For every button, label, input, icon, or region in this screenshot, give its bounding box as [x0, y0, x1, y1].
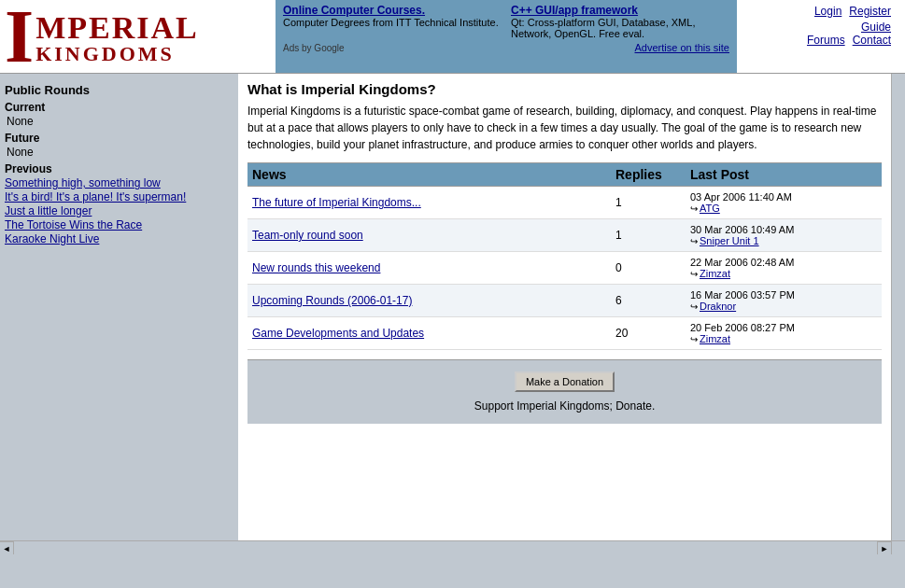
scrollbar[interactable] — [891, 74, 905, 540]
arrow-icon: ↪ — [690, 334, 698, 344]
news-row-lastpost: 20 Feb 2006 08:27 PM ↪Zimzat — [690, 322, 877, 344]
lastpost-date: 22 Mar 2006 02:48 AM — [690, 257, 877, 268]
donate-text: Support Imperial Kingdoms; Donate. — [259, 399, 870, 413]
lastpost-user[interactable]: Draknor — [700, 301, 736, 312]
main-title: What is Imperial Kingdoms? — [247, 81, 882, 97]
sidebar-previous-link[interactable]: Karaoke Night Live — [5, 232, 233, 245]
contact-link[interactable]: Contact — [853, 34, 891, 47]
news-row: Team-only round soon 1 30 Mar 2006 10:49… — [247, 219, 882, 252]
news-row-replies: 1 — [615, 229, 690, 242]
main-content: What is Imperial Kingdoms? Imperial King… — [238, 74, 891, 540]
sidebar-previous-link[interactable]: It's a bird! It's a plane! It's superman… — [5, 190, 233, 203]
guide-link[interactable]: Guide — [861, 21, 891, 34]
forums-link[interactable]: Forums — [807, 34, 845, 47]
ad-block-1: Online Computer Courses. Computer Degree… — [283, 4, 502, 39]
news-row-title: Upcoming Rounds (2006-01-17) — [252, 294, 615, 307]
news-row-link[interactable]: Game Developments and Updates — [252, 327, 424, 340]
lastpost-user[interactable]: ATG — [700, 203, 720, 214]
news-row-lastpost: 16 Mar 2006 03:57 PM ↪Draknor — [690, 289, 877, 312]
lastpost-date: 03 Apr 2006 11:40 AM — [690, 191, 877, 203]
news-row-replies: 20 — [615, 327, 690, 340]
sidebar: Public Rounds Current None Future None P… — [0, 74, 238, 540]
news-section: News Replies Last Post The future of Imp… — [247, 162, 882, 350]
news-row-replies: 6 — [615, 294, 690, 307]
logo-area: I MPERIAL KINGDOMS — [0, 0, 276, 73]
register-link[interactable]: Register — [849, 5, 891, 18]
lastpost-user[interactable]: Zimzat — [700, 268, 730, 279]
sidebar-future-value: None — [5, 146, 233, 159]
news-row-link[interactable]: The future of Imperial Kingdoms... — [252, 196, 421, 209]
logo-kingdoms: KINGDOMS — [35, 44, 199, 64]
news-row-title: The future of Imperial Kingdoms... — [252, 196, 615, 209]
news-row-lastpost: 30 Mar 2006 10:49 AM ↪Sniper Unit 1 — [690, 224, 877, 246]
sidebar-current-value: None — [5, 115, 233, 128]
news-row-lastpost: 22 Mar 2006 02:48 AM ↪Zimzat — [690, 257, 877, 279]
news-row-lastpost: 03 Apr 2006 11:40 AM ↪ATG — [690, 191, 877, 214]
sidebar-links: Something high, something lowIt's a bird… — [5, 176, 233, 245]
sidebar-previous-link[interactable]: The Tortoise Wins the Race — [5, 218, 233, 231]
donate-button[interactable]: Make a Donation — [515, 371, 615, 392]
news-row-replies: 0 — [615, 261, 690, 274]
ad-block-2: C++ GUI/app framework Qt: Cross-platform… — [511, 4, 729, 39]
advertise-link[interactable]: Advertise on this site — [635, 42, 730, 53]
news-header: News Replies Last Post — [247, 162, 882, 187]
news-header-lastpost: Last Post — [690, 167, 877, 182]
arrow-icon: ↪ — [690, 301, 698, 312]
sidebar-current-title: Current — [5, 101, 233, 114]
news-header-replies: Replies — [615, 167, 690, 182]
main-description: Imperial Kingdoms is a futuristic space-… — [247, 103, 882, 153]
lastpost-user[interactable]: Zimzat — [700, 333, 730, 344]
news-row-link[interactable]: Upcoming Rounds (2006-01-17) — [252, 294, 412, 307]
sidebar-section-title: Public Rounds — [5, 83, 233, 97]
lastpost-date: 20 Feb 2006 08:27 PM — [690, 322, 877, 333]
news-header-title: News — [252, 167, 615, 182]
ads-area: Online Computer Courses. Computer Degree… — [276, 0, 737, 73]
news-row-title: Team-only round soon — [252, 229, 615, 242]
ads-by-google: Ads by Google — [283, 43, 345, 53]
news-row-link[interactable]: Team-only round soon — [252, 229, 363, 242]
arrow-icon: ↪ — [690, 203, 698, 214]
news-row: The future of Imperial Kingdoms... 1 03 … — [247, 187, 882, 219]
news-row: Game Developments and Updates 20 20 Feb … — [247, 317, 882, 350]
arrow-icon: ↪ — [690, 236, 698, 246]
sidebar-previous-link[interactable]: Something high, something low — [5, 176, 233, 189]
arrow-icon: ↪ — [690, 269, 698, 279]
sidebar-future-title: Future — [5, 132, 233, 145]
news-row-link[interactable]: New rounds this weekend — [252, 261, 380, 274]
lastpost-date: 16 Mar 2006 03:57 PM — [690, 289, 877, 301]
donation-area: Make a Donation Support Imperial Kingdom… — [247, 359, 882, 424]
news-row-replies: 1 — [615, 196, 690, 209]
ad1-title[interactable]: Online Computer Courses. — [283, 4, 502, 17]
ad2-text: Qt: Cross-platform GUI, Database, XML, N… — [511, 17, 729, 39]
news-row: New rounds this weekend 0 22 Mar 2006 02… — [247, 252, 882, 285]
lastpost-date: 30 Mar 2006 10:49 AM — [690, 224, 877, 235]
ad2-title[interactable]: C++ GUI/app framework — [511, 4, 729, 17]
news-rows: The future of Imperial Kingdoms... 1 03 … — [247, 187, 882, 350]
news-row-title: New rounds this weekend — [252, 261, 615, 274]
ad1-text: Computer Degrees from ITT Technical Inst… — [283, 17, 502, 28]
login-link[interactable]: Login — [814, 5, 841, 18]
logo-letter-i: I — [5, 5, 34, 68]
news-row: Upcoming Rounds (2006-01-17) 6 16 Mar 20… — [247, 285, 882, 317]
logo-mperial: MPERIAL — [35, 12, 199, 44]
sidebar-previous-title: Previous — [5, 162, 233, 175]
horizontal-scrollbar[interactable]: ◄ ► — [0, 540, 905, 554]
lastpost-user[interactable]: Sniper Unit 1 — [700, 235, 759, 246]
news-row-title: Game Developments and Updates — [252, 327, 615, 340]
sidebar-previous-link[interactable]: Just a little longer — [5, 204, 233, 217]
